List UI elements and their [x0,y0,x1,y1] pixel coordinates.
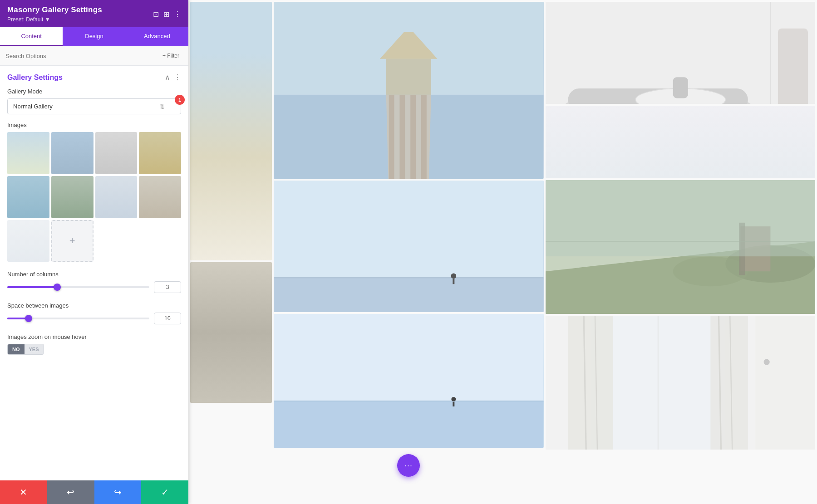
spacing-label: Space between images [7,302,181,309]
gallery-area [188,0,817,504]
gallery-settings-section: Gallery Settings ∧ ⋮ [7,73,181,82]
spacing-section: Space between images 10 [7,302,181,324]
chat-bubble-icon: ··· [404,461,413,470]
image-thumb-4[interactable] [139,132,181,174]
header-icons: ⊡ ⊞ ⋮ [153,10,181,19]
gallery-mode-badge: 1 [175,95,185,105]
sidebar-header: Masonry Gallery Settings Preset: Default… [0,0,188,27]
toggle-on-label[interactable]: YES [25,344,44,354]
gallery-image-beach-vertical[interactable] [190,2,272,260]
svg-rect-10 [274,278,544,312]
svg-point-12 [451,273,456,279]
tab-design[interactable]: Design [63,27,125,46]
spacing-slider-thumb[interactable] [25,315,32,322]
svg-rect-37 [568,316,613,450]
gallery-column-3 [546,2,816,502]
redo-button[interactable]: ↪ [94,480,142,504]
tabs: Content Design Advanced [0,27,188,46]
white-room-svg [546,2,816,104]
ocean-minimal-svg [274,314,544,448]
preset-label[interactable]: Preset: Default ▼ [7,16,102,23]
svg-rect-38 [710,316,748,450]
columns-slider-row: 3 [7,281,181,293]
svg-rect-15 [274,401,544,448]
svg-rect-7 [386,59,431,95]
search-input[interactable] [5,53,155,59]
confirm-button[interactable]: ✓ [141,480,188,504]
image-thumb-1[interactable] [7,132,49,174]
svg-point-29 [673,256,748,286]
svg-rect-14 [274,314,544,401]
svg-rect-18 [453,402,454,406]
zoom-toggle[interactable]: NO YES [7,344,44,355]
zoom-section: Images zoom on mouse hover NO YES [7,333,181,355]
focus-icon[interactable]: ⊡ [153,10,159,19]
columns-slider-fill [7,286,57,288]
gallery-image-ocean-person[interactable] [274,181,544,312]
filter-button[interactable]: + Filter [159,51,183,61]
add-image-button[interactable]: + [51,220,94,262]
columns-slider-track[interactable] [7,286,149,288]
cancel-button[interactable]: ✕ [0,480,47,504]
gallery-image-white-room[interactable] [546,2,816,104]
section-controls: ∧ ⋮ [165,73,181,82]
chat-bubble[interactable]: ··· [397,454,420,477]
svg-rect-13 [453,279,454,284]
image-thumb-2[interactable] [51,132,94,174]
image-thumb-9[interactable] [7,220,49,262]
image-thumb-7[interactable] [95,176,138,218]
undo-button[interactable]: ↩ [47,480,94,504]
gallery-image-pier[interactable] [274,2,544,179]
grid-icon[interactable]: ⊞ [163,10,169,19]
images-grid: + [7,132,181,262]
spacing-slider-row: 10 [7,313,181,324]
svg-rect-3 [389,95,394,179]
svg-rect-4 [399,95,405,179]
sidebar-title: Masonry Gallery Settings [7,5,102,15]
zoom-toggle-row: NO YES [7,344,181,355]
image-thumb-3[interactable] [95,132,138,174]
gallery-image-cliff[interactable] [546,180,816,314]
columns-label: Number of columns [7,271,181,278]
image-thumb-6[interactable] [51,176,94,218]
gallery-column-2 [274,2,544,502]
section-more-icon[interactable]: ⋮ [174,73,181,82]
images-label: Images [7,122,181,128]
svg-point-44 [763,359,769,365]
search-bar: + Filter [0,46,188,66]
image-thumb-8[interactable] [139,176,181,218]
gallery-image-curtain[interactable] [546,316,816,450]
tab-content[interactable]: Content [0,27,63,46]
gallery-mode-label: Gallery Mode [7,88,181,95]
collapse-icon[interactable]: ∧ [165,73,170,82]
pier-svg [274,2,544,179]
gallery-mode-select[interactable]: Normal Gallery Masonry Gallery Slider Ga… [7,98,181,114]
svg-rect-25 [778,29,807,104]
curtain-svg [546,316,816,450]
svg-rect-5 [410,95,416,179]
gallery-column-1 [190,2,272,502]
ocean-svg [274,181,544,312]
columns-slider-thumb[interactable] [54,284,61,291]
toggle-off-label[interactable]: NO [8,344,25,354]
cliff-svg [546,180,816,314]
spacing-slider-track[interactable] [7,318,149,319]
columns-section: Number of columns 3 [7,271,181,293]
svg-rect-9 [274,181,544,278]
images-section: Images + [7,122,181,262]
section-title: Gallery Settings [7,73,63,82]
spacing-value-input[interactable]: 10 [154,313,181,324]
svg-rect-43 [755,316,815,450]
image-thumb-5[interactable] [7,176,49,218]
sidebar-content: Gallery Settings ∧ ⋮ Gallery Mode Normal… [0,66,188,480]
gallery-mode-wrapper: Normal Gallery Masonry Gallery Slider Ga… [7,98,181,114]
gallery-image-grey-minimal[interactable] [546,106,816,178]
more-icon[interactable]: ⋮ [174,10,181,19]
gallery-image-ocean-minimal[interactable] [274,314,544,448]
zoom-label: Images zoom on mouse hover [7,333,181,340]
svg-rect-6 [421,95,427,179]
columns-value-input[interactable]: 3 [154,281,181,293]
tab-advanced[interactable]: Advanced [126,27,188,46]
svg-rect-23 [673,77,688,98]
gallery-image-rope-boat[interactable] [190,262,272,403]
